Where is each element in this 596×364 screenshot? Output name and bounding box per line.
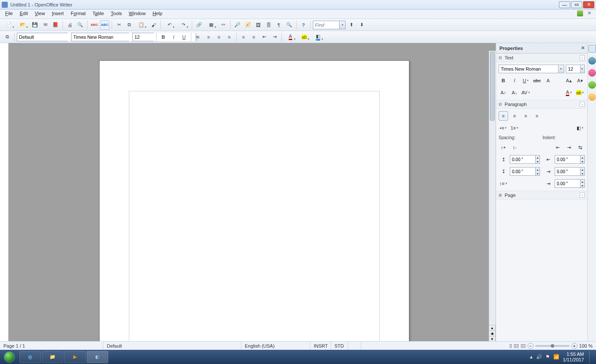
prop-underline-button[interactable]: U: [521, 76, 530, 85]
tray-action-center-icon[interactable]: ⚑: [546, 354, 550, 360]
vscroll-thumb[interactable]: [490, 52, 495, 121]
highlight-button[interactable]: ab: [298, 32, 311, 42]
space-above-spinner[interactable]: ▴▾: [510, 155, 540, 164]
menu-tools[interactable]: Tools: [107, 9, 125, 19]
menu-edit[interactable]: Edit: [16, 9, 31, 19]
page-section-header[interactable]: ⊞ Page ▫: [496, 191, 587, 199]
tray-show-hidden-icon[interactable]: ▴: [530, 354, 533, 360]
sidebar-properties-icon[interactable]: [588, 45, 596, 53]
pdf-button[interactable]: 📕: [51, 20, 60, 30]
para-align-right-button[interactable]: ≡: [521, 111, 530, 121]
align-right-button[interactable]: ≡: [214, 32, 224, 42]
open-button[interactable]: 📂: [16, 20, 29, 30]
new-button[interactable]: 📄: [3, 20, 16, 30]
find-input[interactable]: [313, 21, 339, 29]
align-left-button[interactable]: ≡: [193, 32, 203, 42]
menu-format[interactable]: Format: [67, 9, 89, 19]
close-button[interactable]: ✕: [583, 1, 594, 8]
undo-button[interactable]: ↶: [163, 20, 176, 30]
taskbar-openoffice[interactable]: ◐: [87, 351, 108, 363]
prop-italic-button[interactable]: I: [510, 76, 519, 85]
status-page[interactable]: Page 1 / 1: [0, 342, 103, 350]
prop-spacing-button[interactable]: AV: [521, 88, 530, 97]
view-multi-icon[interactable]: ▯▯: [514, 343, 519, 348]
find-dropdown[interactable]: ▾: [339, 21, 345, 29]
prop-shadow-button[interactable]: A: [543, 76, 553, 85]
sidebar-functions-icon[interactable]: [588, 93, 596, 101]
save-button[interactable]: 💾: [30, 20, 40, 30]
spacing-inc-button[interactable]: ↕+: [499, 143, 508, 152]
cut-button[interactable]: ✂: [114, 20, 124, 30]
autospell-button[interactable]: ABC: [100, 20, 109, 30]
decrease-indent-button[interactable]: ⇤: [259, 32, 269, 42]
line-spacing-button[interactable]: ↕≡: [499, 179, 508, 188]
space-above-input[interactable]: [510, 156, 535, 163]
tray-clock[interactable]: 1:55 AM 1/11/2017: [563, 352, 584, 362]
taskbar-mediaplayer[interactable]: ▶: [64, 351, 86, 363]
prop-font-input[interactable]: [499, 65, 558, 73]
email-button[interactable]: ✉: [41, 20, 50, 30]
para-align-center-button[interactable]: ≡: [510, 111, 519, 121]
vertical-scrollbar[interactable]: [489, 51, 496, 342]
menu-table[interactable]: Table: [89, 9, 107, 19]
show-desktop-button[interactable]: [589, 351, 593, 363]
para-numbering-button[interactable]: 1≡: [510, 123, 519, 133]
help-button[interactable]: ?: [299, 20, 308, 30]
menu-help[interactable]: Help: [149, 9, 166, 19]
tray-volume-icon[interactable]: 🔊: [536, 354, 542, 360]
gallery-button[interactable]: 🖼: [253, 20, 263, 30]
copy-button[interactable]: ⧉: [125, 20, 134, 30]
styles-button[interactable]: ⧉: [3, 32, 12, 42]
status-style[interactable]: Default: [103, 342, 241, 350]
paragraph-section-header[interactable]: ⊟ Paragraph ▫: [496, 100, 587, 109]
zoom-out-button[interactable]: −: [527, 343, 534, 349]
prop-size-dropdown[interactable]: ▾: [580, 65, 584, 73]
italic-button[interactable]: I: [169, 32, 178, 42]
menu-insert[interactable]: Insert: [48, 9, 67, 19]
prev-page-button[interactable]: ▲: [489, 325, 496, 331]
zoom-slider[interactable]: [535, 345, 570, 347]
status-insert[interactable]: INSRT: [310, 342, 331, 350]
para-bullets-button[interactable]: •≡: [499, 123, 508, 133]
prop-bold-button[interactable]: B: [499, 76, 508, 85]
prop-strike-button[interactable]: abc: [532, 76, 542, 85]
minimize-button[interactable]: —: [559, 1, 570, 8]
menu-window[interactable]: Window: [125, 9, 149, 19]
indent-left-spinner[interactable]: ▴▾: [555, 155, 585, 164]
para-bg-button[interactable]: ◧: [575, 123, 585, 133]
para-align-justify-button[interactable]: ≡: [532, 111, 542, 121]
hyperlink-button[interactable]: 🔗: [194, 20, 204, 30]
sidebar-styles-icon[interactable]: [588, 57, 596, 65]
indent-hanging-button[interactable]: ⇆: [575, 143, 585, 152]
indent-inc-button[interactable]: ⇥: [564, 143, 574, 152]
prop-size-combo[interactable]: ▾: [566, 65, 585, 73]
start-button[interactable]: [0, 350, 19, 364]
indent-left-input[interactable]: [555, 156, 580, 163]
find-next-button[interactable]: ⬇: [357, 20, 366, 30]
format-paintbrush-button[interactable]: 🖌: [149, 20, 158, 30]
prop-font-combo[interactable]: ▾: [499, 65, 564, 73]
vertical-ruler[interactable]: [0, 43, 9, 350]
paste-button[interactable]: 📋: [135, 20, 148, 30]
status-language[interactable]: English (USA): [241, 342, 310, 350]
tray-network-icon[interactable]: 📶: [553, 354, 559, 360]
numbered-list-button[interactable]: ≡: [239, 32, 248, 42]
view-book-icon[interactable]: ▯▯: [521, 343, 526, 348]
prop-font-dropdown[interactable]: ▾: [558, 65, 564, 73]
table-button[interactable]: ▦: [205, 20, 218, 30]
font-name-combo[interactable]: ▾: [71, 33, 129, 41]
space-below-spinner[interactable]: ▴▾: [510, 167, 540, 176]
space-below-input[interactable]: [510, 168, 535, 175]
background-button[interactable]: ◧: [312, 32, 325, 42]
menu-view[interactable]: View: [31, 9, 49, 19]
update-icon[interactable]: [577, 10, 583, 16]
menu-file[interactable]: File: [2, 9, 16, 19]
sidebar-navigator-icon[interactable]: [588, 81, 596, 89]
indent-first-spinner[interactable]: ▴▾: [555, 179, 585, 188]
redo-button[interactable]: ↷: [177, 20, 190, 30]
bulleted-list-button[interactable]: ≡: [249, 32, 259, 42]
status-modified[interactable]: [348, 342, 361, 350]
close-doc-icon[interactable]: ✕: [587, 10, 593, 16]
align-center-button[interactable]: ≡: [204, 32, 213, 42]
align-justify-button[interactable]: ≡: [225, 32, 234, 42]
